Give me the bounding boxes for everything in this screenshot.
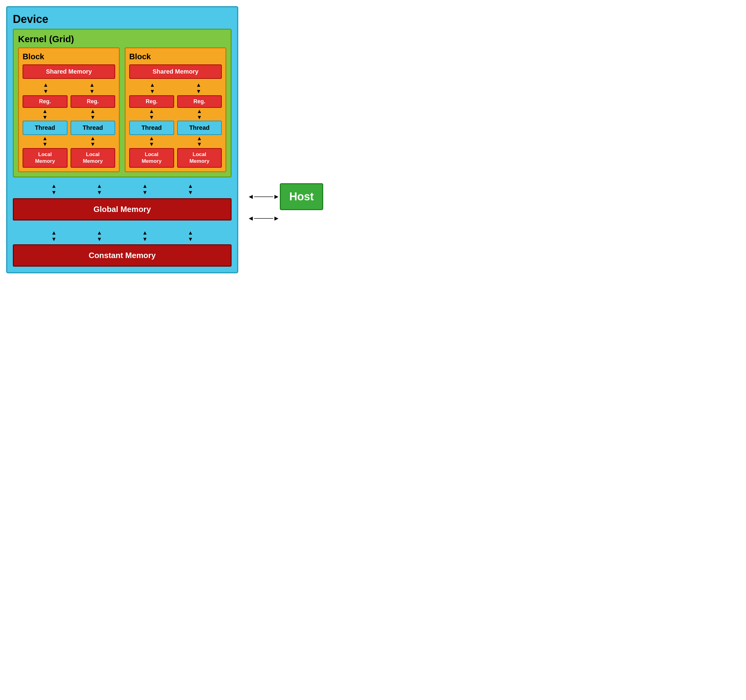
arrow-down-2: ▼ xyxy=(89,88,95,95)
global-memory-box: Global Memory xyxy=(13,198,232,221)
to-const-arrow-4: ▲ xyxy=(188,230,193,236)
block-1-reg-1: Reg. xyxy=(23,95,68,108)
thread1-arrow-down: ▼ xyxy=(42,141,48,147)
device-box: Device Kernel (Grid) Block Shared Memory… xyxy=(6,6,238,273)
constant-memory-box: Constant Memory xyxy=(13,244,232,267)
b2-reg1-arrow-up: ▲ xyxy=(149,108,154,114)
to-global-arrow-4b: ▼ xyxy=(188,189,193,196)
to-const-arrow-3b: ▼ xyxy=(142,236,148,242)
blocks-row: Block Shared Memory ▲ ▼ ▲ ▼ xyxy=(18,47,226,172)
block-2: Block Shared Memory ▲ ▼ ▲ ▼ xyxy=(125,47,226,172)
block-2-label: Block xyxy=(129,52,222,62)
block-2-local-1: Local Memory xyxy=(129,148,174,168)
to-global-arrow-3: ▲ xyxy=(142,183,148,189)
constant-host-row: ◄────► xyxy=(247,215,323,222)
thread2-arrow-up: ▲ xyxy=(90,135,96,142)
b2-thread1-arrow-up: ▲ xyxy=(149,135,154,142)
b2-reg2-arrow-up: ▲ xyxy=(197,108,202,114)
constant-arrow-left: ◄────► xyxy=(247,215,280,222)
reg1-arrow-up: ▲ xyxy=(42,108,48,114)
b2-arrow-up-1: ▲ xyxy=(150,82,155,88)
arrow-up-1: ▲ xyxy=(43,82,48,88)
right-panel: ◄────► Host ◄────► xyxy=(247,6,323,222)
block-2-thread-col-1: Reg. ▲ ▼ Thread ▲ ▼ xyxy=(129,95,174,168)
b2-thread1-arrow-down: ▼ xyxy=(149,141,154,147)
to-const-arrow-4b: ▼ xyxy=(188,236,193,242)
to-global-arrow-2: ▲ xyxy=(97,183,102,189)
to-const-arrow-1b: ▼ xyxy=(51,236,57,242)
to-global-arrow-3b: ▼ xyxy=(142,189,148,196)
constant-memory-label: Constant Memory xyxy=(89,251,156,260)
outer-container: Device Kernel (Grid) Block Shared Memory… xyxy=(6,6,323,273)
thread2-arrow-down: ▼ xyxy=(90,141,96,147)
kernel-box: Kernel (Grid) Block Shared Memory ▲ ▼ xyxy=(13,29,232,177)
block-1-thread-2: Thread xyxy=(71,121,116,135)
reg2-arrow-down: ▼ xyxy=(90,114,96,121)
arrow-down-1: ▼ xyxy=(43,88,48,95)
block-1-thread-pair: Reg. ▲ ▼ Thread ▲ ▼ xyxy=(23,95,115,168)
block-2-thread-pair: Reg. ▲ ▼ Thread ▲ ▼ xyxy=(129,95,222,168)
to-const-arrow-3: ▲ xyxy=(142,230,148,236)
to-const-arrow-2: ▲ xyxy=(97,230,102,236)
global-memory-row: Global Memory xyxy=(13,198,232,225)
b2-arrow-up-2: ▲ xyxy=(196,82,201,88)
block-1-local-2: Local Memory xyxy=(71,148,116,168)
block-1-shared-memory: Shared Memory xyxy=(23,65,115,79)
host-box: Host xyxy=(280,183,323,210)
thread1-arrow-up: ▲ xyxy=(42,135,48,142)
constant-memory-row: Constant Memory xyxy=(13,244,232,267)
device-section: Device Kernel (Grid) Block Shared Memory… xyxy=(6,6,238,273)
reg1-arrow-down: ▼ xyxy=(42,114,48,121)
to-global-arrow-1b: ▼ xyxy=(51,189,57,196)
block-2-thread-1: Thread xyxy=(129,121,174,135)
block-1-local-1: Local Memory xyxy=(23,148,68,168)
block-1-thread-1: Thread xyxy=(23,121,68,135)
b2-reg2-arrow-down: ▼ xyxy=(197,114,202,121)
block-2-thread-2: Thread xyxy=(177,121,222,135)
to-global-arrow-1: ▲ xyxy=(51,183,57,189)
block-1-thread-col-2: Reg. ▲ ▼ Thread ▲ ▼ xyxy=(71,95,116,168)
block-1-label: Block xyxy=(23,52,115,62)
block-2-reg-2: Reg. xyxy=(177,95,222,108)
global-arrow-left: ◄────► xyxy=(247,193,280,201)
block-2-local-2: Local Memory xyxy=(177,148,222,168)
to-global-arrow-2b: ▼ xyxy=(97,189,102,196)
b2-arrow-down-2: ▼ xyxy=(196,88,201,95)
kernel-label: Kernel (Grid) xyxy=(18,34,226,44)
block-1-reg-2: Reg. xyxy=(71,95,116,108)
block-2-shared-memory: Shared Memory xyxy=(129,65,222,79)
reg2-arrow-up: ▲ xyxy=(90,108,96,114)
device-label: Device xyxy=(13,13,232,26)
b2-thread2-arrow-up: ▲ xyxy=(197,135,202,142)
block-2-reg-1: Reg. xyxy=(129,95,174,108)
global-memory-label: Global Memory xyxy=(93,204,151,214)
to-const-arrow-1: ▲ xyxy=(51,230,57,236)
block-1: Block Shared Memory ▲ ▼ ▲ ▼ xyxy=(18,47,120,172)
block-1-thread-col-1: Reg. ▲ ▼ Thread ▲ ▼ xyxy=(23,95,68,168)
spacer xyxy=(247,6,323,183)
block-2-thread-col-2: Reg. ▲ ▼ Thread ▲ ▼ xyxy=(177,95,222,168)
to-const-arrow-2b: ▼ xyxy=(97,236,102,242)
b2-thread2-arrow-down: ▼ xyxy=(197,141,202,147)
b2-arrow-down-1: ▼ xyxy=(150,88,155,95)
b2-reg1-arrow-down: ▼ xyxy=(149,114,154,121)
arrow-up-2: ▲ xyxy=(89,82,95,88)
global-host-row: ◄────► Host xyxy=(247,183,323,210)
to-global-arrow-4: ▲ xyxy=(188,183,193,189)
host-label: Host xyxy=(289,190,314,203)
